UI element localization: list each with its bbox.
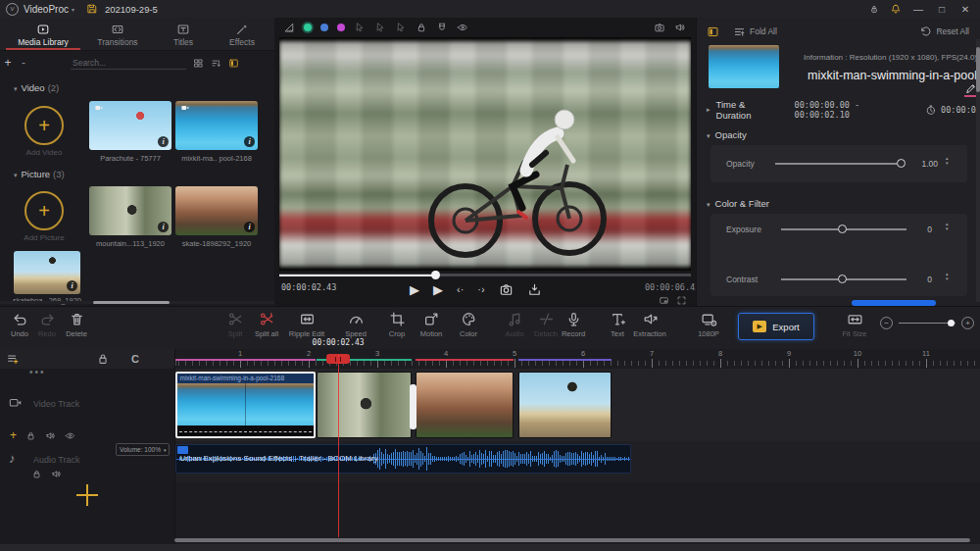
- app-name[interactable]: VideoProc: [24, 4, 69, 15]
- license-lock-icon[interactable]: [868, 3, 880, 15]
- play-range-button[interactable]: ▶: [410, 283, 419, 296]
- track-mute-icon[interactable]: [45, 430, 56, 441]
- tool-1080p[interactable]: 1080P: [685, 311, 732, 338]
- tool-delete[interactable]: Delete: [53, 311, 100, 338]
- snapshot-button[interactable]: [499, 282, 514, 297]
- grid-view-icon[interactable]: [193, 58, 204, 69]
- remove-media-button[interactable]: -: [16, 56, 31, 70]
- select-cursor-icon[interactable]: [354, 22, 366, 33]
- pan-cursor-icon[interactable]: [374, 22, 386, 33]
- reset-all-icon[interactable]: [919, 25, 932, 38]
- edit-cursor-icon[interactable]: [395, 22, 407, 33]
- opacity-stepper[interactable]: ▴▾: [946, 156, 949, 166]
- reset-all-label[interactable]: Reset All: [936, 26, 969, 36]
- opacity-section-header[interactable]: ▾Opacity: [707, 129, 747, 140]
- tool-speed[interactable]: Speed: [332, 311, 379, 338]
- info-badge-icon[interactable]: i: [244, 136, 255, 147]
- overlay-dot-magenta[interactable]: [337, 24, 345, 31]
- contrast-stepper[interactable]: ▴▾: [946, 272, 949, 281]
- overlay-dot-green[interactable]: [304, 24, 312, 31]
- picture-item-mountain[interactable]: i: [89, 186, 172, 235]
- zoom-slider-handle[interactable]: [948, 320, 955, 326]
- timeline-clip-4[interactable]: [518, 372, 612, 438]
- opacity-slider[interactable]: [775, 163, 903, 165]
- exposure-stepper[interactable]: ▴▾: [946, 222, 949, 231]
- zoom-slider[interactable]: [899, 323, 956, 325]
- mute-speaker-icon[interactable]: [674, 22, 686, 33]
- preview-seek-bar[interactable]: [279, 274, 691, 276]
- timeline-ruler[interactable]: 1234567891011: [174, 349, 980, 369]
- sort-icon[interactable]: [211, 58, 221, 69]
- playhead-line[interactable]: [338, 355, 339, 537]
- timeline-clip-2[interactable]: [317, 372, 412, 438]
- inspector-vscrollbar[interactable]: [976, 47, 980, 92]
- notifications-bell-icon[interactable]: [890, 3, 902, 15]
- opacity-value[interactable]: 1.00: [908, 159, 938, 169]
- fullscreen-icon[interactable]: [676, 295, 687, 306]
- magnet-icon[interactable]: [436, 22, 448, 33]
- library-scrollbar[interactable]: [0, 301, 274, 304]
- tool-record[interactable]: Record: [550, 311, 597, 338]
- tool-ripple-edit[interactable]: Ripple Edit: [283, 311, 330, 338]
- info-badge-icon[interactable]: i: [158, 136, 169, 147]
- tab-media-library[interactable]: Media Library: [6, 21, 80, 50]
- contrast-slider[interactable]: [781, 278, 906, 280]
- zoom-in-button[interactable]: +: [961, 317, 974, 329]
- track-mute-icon[interactable]: [51, 469, 62, 479]
- info-badge-icon[interactable]: i: [67, 280, 77, 291]
- seek-handle[interactable]: [431, 271, 440, 279]
- video-item-pool[interactable]: i: [175, 101, 258, 150]
- track-lock-icon[interactable]: [31, 469, 42, 479]
- picture-item-skateboard[interactable]: i: [14, 251, 80, 294]
- audio-clip[interactable]: Urban Explosions Sound Effects - Trailer…: [175, 444, 632, 474]
- timeline-clip-1[interactable]: mixkit-man-swimming-in-a-pool-2168: [175, 372, 317, 438]
- tool-color[interactable]: Color: [445, 311, 492, 338]
- color-filter-section-header[interactable]: ▾Color & Filter: [707, 198, 769, 209]
- app-menu-chevron-icon[interactable]: ▾: [72, 6, 74, 13]
- exposure-slider[interactable]: [781, 228, 906, 230]
- save-icon[interactable]: [86, 3, 98, 15]
- fold-all-icon[interactable]: [733, 25, 746, 38]
- lock-icon[interactable]: [416, 22, 427, 33]
- export-button[interactable]: ▶ Export: [738, 313, 814, 340]
- add-track-icon[interactable]: [6, 352, 20, 366]
- timeline-clip-3[interactable]: [416, 372, 514, 438]
- play-button[interactable]: ▶: [433, 283, 443, 296]
- track-options-dots[interactable]: •••: [29, 367, 46, 377]
- close-button[interactable]: ✕: [958, 4, 972, 15]
- expand-chevron-icon[interactable]: ▸: [707, 106, 710, 114]
- fold-all-label[interactable]: Fold All: [750, 26, 777, 36]
- visibility-eye-icon[interactable]: [457, 22, 468, 33]
- maximize-button[interactable]: □: [935, 4, 949, 15]
- picture-item-skate[interactable]: i: [175, 186, 258, 235]
- time-duration-label[interactable]: Time & Duration: [716, 99, 781, 121]
- tab-titles[interactable]: Titles: [155, 21, 212, 50]
- section-video-header[interactable]: ▾Video(2): [14, 82, 59, 93]
- search-input[interactable]: [71, 57, 190, 69]
- lock-all-icon[interactable]: [96, 352, 110, 366]
- info-badge-icon[interactable]: i: [244, 222, 255, 232]
- add-picture-button[interactable]: + Add Picture: [13, 191, 75, 242]
- tool-fit-size[interactable]: Fit Size: [831, 311, 878, 338]
- track-lock-icon[interactable]: [25, 430, 36, 441]
- clip-trim-handle[interactable]: [410, 384, 416, 429]
- mini-player-icon[interactable]: [659, 295, 669, 306]
- volume-badge[interactable]: Volume: 100%▾: [116, 443, 170, 456]
- video-item-parachute[interactable]: i: [89, 101, 172, 150]
- inspector-panel-icon[interactable]: [707, 25, 719, 38]
- overlay-dot-blue[interactable]: [320, 24, 328, 31]
- tool-extraction[interactable]: Extraction: [626, 311, 673, 338]
- add-video-button[interactable]: + Add Video: [13, 106, 75, 157]
- tab-transitions[interactable]: Transitions: [80, 21, 155, 50]
- add-clip-plus-icon[interactable]: +: [10, 429, 17, 441]
- add-track-plus-button[interactable]: [76, 484, 98, 506]
- zoom-out-button[interactable]: −: [880, 317, 893, 329]
- next-frame-button[interactable]: ·›: [477, 284, 484, 295]
- video-preview[interactable]: [279, 37, 691, 271]
- export-frame-button[interactable]: [527, 282, 542, 297]
- opacity-slider-handle[interactable]: [897, 159, 906, 168]
- snapshot-camera-icon[interactable]: [654, 22, 665, 33]
- timeline-hscrollbar[interactable]: [174, 538, 970, 542]
- tab-effects[interactable]: Effects: [212, 21, 272, 50]
- minimize-button[interactable]: —: [911, 4, 925, 15]
